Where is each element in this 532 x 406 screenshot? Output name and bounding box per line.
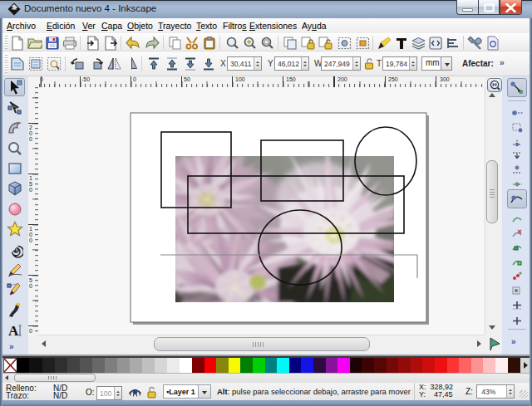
svg-text:A: A	[8, 323, 19, 339]
